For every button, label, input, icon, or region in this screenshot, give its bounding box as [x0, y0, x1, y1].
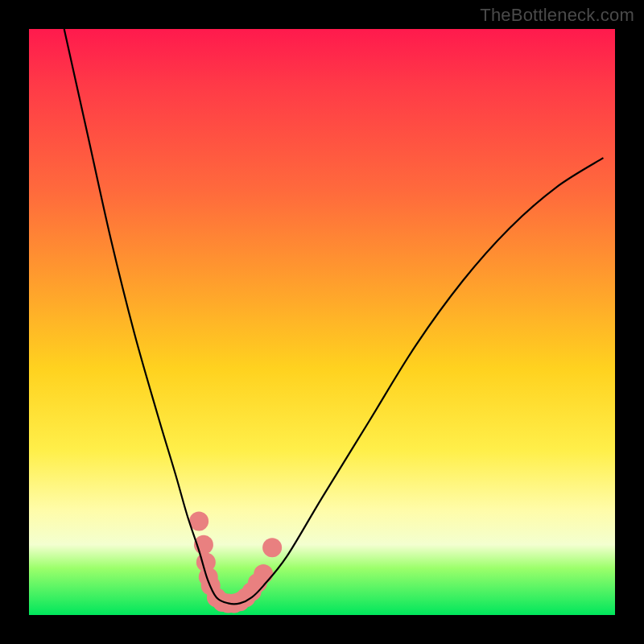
bottleneck-curve [64, 29, 604, 604]
marker-dot [254, 564, 273, 584]
plot-area [29, 29, 615, 615]
chart-svg [29, 29, 615, 615]
chart-stage: TheBottleneck.com [0, 0, 644, 644]
marker-dot [262, 538, 282, 557]
watermark-text: TheBottleneck.com [480, 5, 634, 26]
